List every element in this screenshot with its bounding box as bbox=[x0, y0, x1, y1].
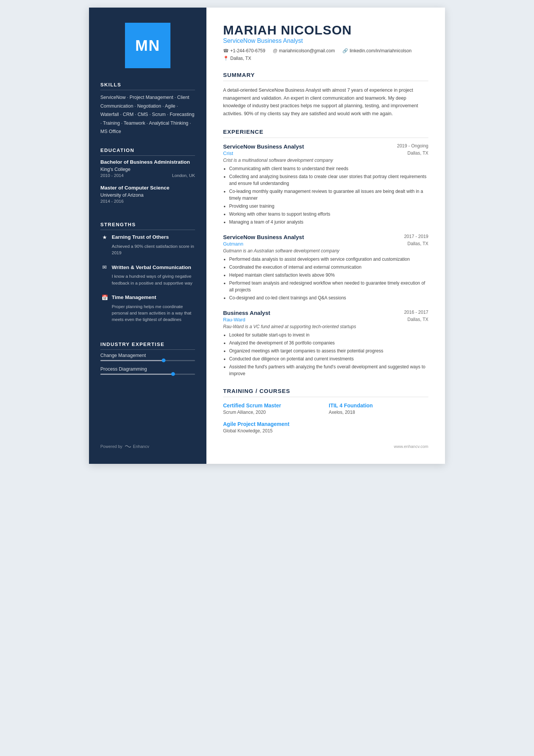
strength-title-1: Earning Trust of Others bbox=[112, 234, 169, 240]
exp-dates-3: 2016 - 2017 bbox=[404, 310, 428, 315]
contact-phone: ☎ +1-244-670-6759 bbox=[223, 48, 265, 53]
exp-location-3: Dallas, TX bbox=[408, 317, 428, 322]
bullet: Helped maintain client satisfaction leve… bbox=[229, 272, 428, 279]
calendar-icon: 📅 bbox=[100, 293, 109, 302]
expertise-bar-dot-1 bbox=[162, 358, 166, 362]
training-title: TRAINING / COURSES bbox=[223, 388, 428, 397]
brand-name: Enhancv bbox=[133, 444, 149, 449]
training-grid: Certified Scrum Master Scrum Alliance, 2… bbox=[223, 402, 428, 434]
strengths-section: STRENGTHS ★ Earning Trust of Others Achi… bbox=[100, 222, 195, 330]
sidebar: MN SKILLS ServiceNow · Project Managemen… bbox=[89, 8, 206, 464]
strength-item-3: 📅 Time Management Proper planning helps … bbox=[100, 293, 195, 323]
bullet: Assisted the fund's partners with analyz… bbox=[229, 363, 428, 377]
avatar-initials: MN bbox=[135, 37, 160, 54]
bullet: Managing a team of 4 junior analysts bbox=[229, 219, 428, 225]
bullet: Performed data analysis to assist develo… bbox=[229, 256, 428, 263]
strength-desc-1: Achieved a 90% client satisfaction score… bbox=[100, 243, 195, 257]
strength-header-1: ★ Earning Trust of Others bbox=[100, 233, 195, 241]
edu-dates-1: 2010 - 2014 London, UK bbox=[100, 173, 195, 178]
exp-role-2: ServiceNow Business Analyst bbox=[223, 234, 304, 240]
phone-number: +1-244-670-6759 bbox=[230, 48, 265, 53]
email-icon: @ bbox=[273, 48, 277, 53]
strength-title-2: Written & Verbal Communication bbox=[112, 265, 191, 270]
expertise-bar-1 bbox=[100, 360, 195, 361]
exp-company-2: Gutmann bbox=[223, 241, 243, 247]
course-name-3: Agile Project Management bbox=[223, 421, 323, 427]
course-name-2: ITIL 4 Foundation bbox=[329, 402, 428, 409]
edu-degree-2: Master of Computer Science bbox=[100, 185, 195, 191]
training-item-3: Agile Project Management Global Knowledg… bbox=[223, 421, 323, 434]
bullet: Performed team analysis and redesigned w… bbox=[229, 280, 428, 293]
exp-bullets-1: Communicating with client teams to under… bbox=[223, 165, 428, 225]
course-meta-2: Axelos, 2018 bbox=[329, 410, 428, 415]
exp-company-row-3: Rau-Ward Dallas, TX bbox=[223, 317, 428, 322]
experience-title: EXPERIENCE bbox=[223, 128, 428, 138]
avatar-block: MN bbox=[100, 23, 195, 68]
edu-school-1: King's College bbox=[100, 167, 195, 172]
strengths-title: STRENGTHS bbox=[100, 222, 195, 230]
summary-text: A detail-oriented ServiceNow Business An… bbox=[223, 86, 428, 118]
strength-desc-2: I know a hundred ways of giving negative… bbox=[100, 273, 195, 286]
bullet: Organized meetings with target companies… bbox=[229, 347, 428, 354]
resume-wrapper: MN SKILLS ServiceNow · Project Managemen… bbox=[89, 8, 445, 464]
bullet: Co-designed and co-led client trainings … bbox=[229, 294, 428, 301]
enhancv-icon bbox=[125, 444, 131, 449]
expertise-item-2: Process Diagramming bbox=[100, 366, 195, 375]
bullet: Communicating with client teams to under… bbox=[229, 165, 428, 172]
skills-title: SKILLS bbox=[100, 82, 195, 90]
edu-item-1: Bachelor of Business Administration King… bbox=[100, 159, 195, 178]
linkedin-icon: 🔗 bbox=[342, 48, 348, 53]
exp-item-2: ServiceNow Business Analyst 2017 - 2019 … bbox=[223, 234, 428, 301]
contact-row: ☎ +1-244-670-6759 @ mariahnicolson@gmail… bbox=[223, 48, 428, 61]
name-block: MARIAH NICOLSON ServiceNow Business Anal… bbox=[223, 23, 428, 44]
bullet: Co-leading monthly quality management re… bbox=[229, 188, 428, 202]
location-text: Dallas, TX bbox=[230, 56, 251, 61]
exp-header-2: ServiceNow Business Analyst 2017 - 2019 bbox=[223, 234, 428, 240]
strength-title-3: Time Management bbox=[112, 294, 156, 300]
exp-dates-2: 2017 - 2019 bbox=[404, 234, 428, 239]
edu-item-2: Master of Computer Science University of… bbox=[100, 185, 195, 203]
course-meta-3: Global Knowledge, 2015 bbox=[223, 428, 323, 434]
education-section: EDUCATION Bachelor of Business Administr… bbox=[100, 147, 195, 210]
edu-years-2: 2014 - 2016 bbox=[100, 199, 123, 203]
main-footer: www.enhancv.com bbox=[223, 444, 428, 449]
contact-email: @ mariahnicolson@gmail.com bbox=[273, 48, 335, 53]
star-icon: ★ bbox=[100, 233, 109, 241]
edu-dates-2: 2014 - 2016 bbox=[100, 199, 195, 203]
exp-location-2: Dallas, TX bbox=[408, 241, 428, 247]
expertise-bar-2 bbox=[100, 374, 195, 375]
bullet: Conducted due diligence on potential and… bbox=[229, 355, 428, 362]
phone-icon: ☎ bbox=[223, 48, 229, 53]
training-item-2: ITIL 4 Foundation Axelos, 2018 bbox=[329, 402, 428, 415]
experience-section: EXPERIENCE ServiceNow Business Analyst 2… bbox=[223, 128, 428, 377]
summary-title: SUMMARY bbox=[223, 72, 428, 81]
exp-bullets-3: Looked for suitable start-ups to invest … bbox=[223, 332, 428, 377]
strength-header-3: 📅 Time Management bbox=[100, 293, 195, 302]
exp-item-1: ServiceNow Business Analyst 2019 - Ongoi… bbox=[223, 143, 428, 225]
contact-linkedin: 🔗 linkedin.com/in/mariahnicolson bbox=[342, 48, 411, 53]
edu-school-2: University of Arizona bbox=[100, 193, 195, 198]
expertise-label-2: Process Diagramming bbox=[100, 366, 195, 372]
education-title: EDUCATION bbox=[100, 147, 195, 156]
exp-company-3: Rau-Ward bbox=[223, 317, 245, 322]
expertise-label-1: Change Management bbox=[100, 353, 195, 358]
summary-section: SUMMARY A detail-oriented ServiceNow Bus… bbox=[223, 72, 428, 118]
expertise-title: INDUSTRY EXPERTISE bbox=[100, 341, 195, 350]
avatar: MN bbox=[125, 23, 170, 68]
exp-desc-3: Rau-Ward is a VC fund aimed at supportin… bbox=[223, 324, 428, 329]
envelope-icon: ✉ bbox=[100, 263, 109, 271]
bullet: Working with other teams to support test… bbox=[229, 211, 428, 218]
candidate-name: MARIAH NICOLSON bbox=[223, 23, 428, 38]
expertise-section: INDUSTRY EXPERTISE Change Management Pro… bbox=[100, 341, 195, 380]
strength-desc-3: Proper planning helps me coordinate pers… bbox=[100, 304, 195, 323]
bullet: Looked for suitable start-ups to invest … bbox=[229, 332, 428, 338]
strength-item-2: ✉ Written & Verbal Communication I know … bbox=[100, 263, 195, 286]
enhancv-logo: Enhancv bbox=[125, 444, 149, 449]
powered-by-label: Powered by bbox=[100, 444, 122, 449]
exp-desc-2: Gutmann is an Australian software develo… bbox=[223, 248, 428, 254]
training-item-1: Certified Scrum Master Scrum Alliance, 2… bbox=[223, 402, 323, 415]
exp-item-3: Business Analyst 2016 - 2017 Rau-Ward Da… bbox=[223, 310, 428, 377]
website-url: www.enhancv.com bbox=[394, 444, 428, 449]
strength-item-1: ★ Earning Trust of Others Achieved a 90%… bbox=[100, 233, 195, 257]
main-content: MARIAH NICOLSON ServiceNow Business Anal… bbox=[206, 8, 445, 464]
